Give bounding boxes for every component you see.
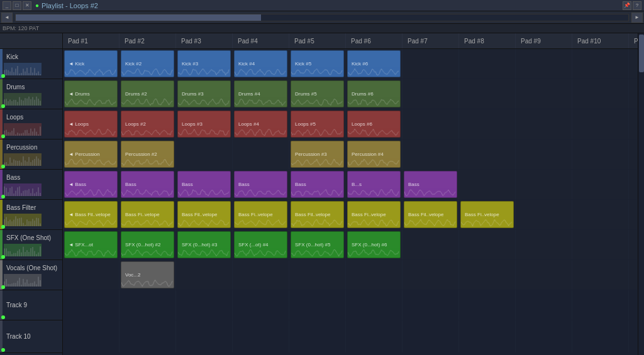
grid-cell-vocals-pad10[interactable]	[572, 260, 629, 290]
track-header-track9[interactable]: Track 9	[0, 290, 62, 320]
track-header-drums[interactable]: Drums	[0, 79, 62, 109]
grid-cell-track9-pad7[interactable]	[402, 290, 459, 320]
grid-cell-drums-pad2[interactable]: Drums #2	[119, 79, 176, 109]
clip-bass-filter-pad5[interactable]: Bass Fil..velope	[291, 201, 344, 228]
grid-cell-track9-pad8[interactable]	[459, 290, 516, 320]
grid-cell-sfx-pad2[interactable]: SFX (0...hot) #2	[119, 230, 176, 259]
grid-cell-bass-filter-pad2[interactable]: Bass Fi..velope	[119, 200, 176, 229]
grid-cell-loops-pad4[interactable]: Loops #4	[233, 109, 289, 139]
grid-cell-vocals-pad3[interactable]	[176, 260, 233, 290]
grid-cell-track10-pad4[interactable]	[233, 320, 289, 352]
clip-bass-pad3[interactable]: Bass	[177, 171, 231, 198]
clip-sfx-pad2[interactable]: SFX (0...hot) #2	[121, 231, 174, 258]
grid-cell-loops-pad3[interactable]: Loops #3	[176, 109, 233, 139]
grid-cell-bass-pad6[interactable]: B...s	[346, 170, 402, 199]
grid-cell-track9-pad2[interactable]	[119, 290, 176, 320]
vertical-scrollbar[interactable]	[638, 33, 644, 355]
grid-cell-bass-filter-pad11[interactable]	[629, 200, 638, 229]
grid-container[interactable]: Pad #1Pad #2Pad #3Pad #4Pad #5Pad #6Pad …	[63, 33, 638, 355]
clip-sfx-pad3[interactable]: SFX (0...hot) #3	[177, 231, 231, 258]
grid-cell-sfx-pad8[interactable]	[459, 230, 516, 259]
grid-cell-track10-pad3[interactable]	[176, 320, 233, 352]
grid-cell-vocals-pad1[interactable]	[63, 260, 119, 290]
clip-sfx-pad5[interactable]: SFX (0...hot) #5	[291, 231, 344, 258]
forward-button[interactable]: ►	[631, 13, 643, 23]
grid-cell-sfx-pad10[interactable]	[572, 230, 629, 259]
clip-bass-filter-pad7[interactable]: Bass Fil..velope	[404, 201, 457, 228]
help-button[interactable]: ?	[633, 1, 641, 10]
clip-percussion-pad2[interactable]: Percussion #2	[121, 141, 174, 168]
clip-kick-pad4[interactable]: Kick #4	[234, 50, 287, 77]
grid-cell-bass-filter-pad6[interactable]: Bass Fi..velope	[346, 200, 402, 229]
track-header-kick[interactable]: Kick	[0, 49, 62, 79]
grid-cell-track9-pad6[interactable]	[346, 290, 402, 320]
clip-drums-pad2[interactable]: Drums #2	[121, 80, 174, 107]
grid-cell-loops-pad8[interactable]	[459, 109, 516, 139]
clip-kick-pad2[interactable]: Kick #2	[121, 50, 174, 77]
grid-cell-loops-pad6[interactable]: Loops #6	[346, 109, 402, 139]
grid-cell-loops-pad10[interactable]	[572, 109, 629, 139]
grid-cell-percussion-pad7[interactable]	[402, 139, 459, 169]
clip-drums-pad3[interactable]: Drums #3	[177, 80, 231, 107]
grid-cell-percussion-pad6[interactable]: Percussion #4	[346, 139, 402, 169]
grid-cell-percussion-pad11[interactable]	[629, 139, 638, 169]
grid-cell-drums-pad5[interactable]: Drums #5	[289, 79, 346, 109]
grid-cell-track10-pad2[interactable]	[119, 320, 176, 352]
grid-cell-loops-pad7[interactable]	[402, 109, 459, 139]
grid-cell-kick-pad7[interactable]	[402, 49, 459, 79]
grid-cell-kick-pad9[interactable]	[516, 49, 572, 79]
grid-cell-bass-pad8[interactable]	[459, 170, 516, 199]
clip-kick-pad6[interactable]: Kick #6	[347, 50, 401, 77]
grid-cell-drums-pad1[interactable]: ◄ Drums	[63, 79, 119, 109]
grid-cell-bass-filter-pad3[interactable]: Bass Fil..velope	[176, 200, 233, 229]
clip-bass-pad4[interactable]: Bass	[234, 171, 287, 198]
grid-cell-track9-pad9[interactable]	[516, 290, 572, 320]
grid-cell-percussion-pad1[interactable]: ◄ Percussion	[63, 139, 119, 169]
pin-button[interactable]: 📌	[623, 1, 631, 10]
grid-cell-loops-pad11[interactable]	[629, 109, 638, 139]
grid-cell-bass-pad4[interactable]: Bass	[233, 170, 289, 199]
grid-cell-bass-pad7[interactable]: Bass	[402, 170, 459, 199]
clip-vocals-pad2[interactable]: Voc...2	[121, 261, 174, 288]
grid-cell-kick-pad10[interactable]	[572, 49, 629, 79]
grid-cell-loops-pad1[interactable]: ◄ Loops	[63, 109, 119, 139]
grid-cell-bass-filter-pad8[interactable]: Bass Fi..velope	[459, 200, 516, 229]
track-header-sfx[interactable]: SFX (One Shot)	[0, 230, 62, 260]
grid-cell-track10-pad9[interactable]	[516, 320, 572, 352]
grid-cell-bass-pad2[interactable]: Bass	[119, 170, 176, 199]
grid-cell-track9-pad1[interactable]	[63, 290, 119, 320]
minimize-button[interactable]: _	[3, 1, 11, 10]
grid-cell-kick-pad1[interactable]: ◄ Kick	[63, 49, 119, 79]
clip-bass-pad2[interactable]: Bass	[121, 171, 174, 198]
grid-cell-loops-pad5[interactable]: Loops #5	[289, 109, 346, 139]
grid-cell-bass-filter-pad1[interactable]: ◄ Bass Fil..velope	[63, 200, 119, 229]
grid-cell-percussion-pad4[interactable]	[233, 139, 289, 169]
track-header-loops[interactable]: Loops	[0, 109, 62, 139]
grid-cell-track10-pad8[interactable]	[459, 320, 516, 352]
clip-sfx-pad1[interactable]: ◄ SFX...ot	[64, 231, 118, 258]
grid-cell-track10-pad7[interactable]	[402, 320, 459, 352]
v-scroll-thumb[interactable]	[639, 35, 644, 72]
track-header-bass-filter[interactable]: Bass Filter	[0, 200, 62, 230]
grid-cell-vocals-pad5[interactable]	[289, 260, 346, 290]
grid-cell-track10-pad5[interactable]	[289, 320, 346, 352]
scrollbar-thumb[interactable]	[16, 14, 261, 21]
grid-cell-sfx-pad6[interactable]: SFX (0...hot) #6	[346, 230, 402, 259]
grid-cell-track9-pad4[interactable]	[233, 290, 289, 320]
grid-cell-bass-filter-pad4[interactable]: Bass Fi..velope	[233, 200, 289, 229]
grid-cell-bass-filter-pad10[interactable]	[572, 200, 629, 229]
track-header-percussion[interactable]: Percussion	[0, 139, 62, 170]
clip-bass-filter-pad3[interactable]: Bass Fil..velope	[177, 201, 231, 228]
grid-cell-sfx-pad4[interactable]: SFX (...ot) #4	[233, 230, 289, 259]
clip-drums-pad1[interactable]: ◄ Drums	[64, 80, 118, 107]
grid-cell-percussion-pad3[interactable]	[176, 139, 233, 169]
grid-cell-vocals-pad4[interactable]	[233, 260, 289, 290]
grid-cell-kick-pad4[interactable]: Kick #4	[233, 49, 289, 79]
grid-cell-bass-filter-pad9[interactable]	[516, 200, 572, 229]
clip-bass-filter-pad6[interactable]: Bass Fi..velope	[347, 201, 401, 228]
close-button[interactable]: ✕	[23, 1, 31, 10]
horizontal-scrollbar[interactable]	[15, 14, 629, 21]
grid-cell-kick-pad5[interactable]: Kick #5	[289, 49, 346, 79]
clip-percussion-pad5[interactable]: Percussion #3	[291, 141, 344, 168]
track-header-bass[interactable]: Bass	[0, 170, 62, 200]
